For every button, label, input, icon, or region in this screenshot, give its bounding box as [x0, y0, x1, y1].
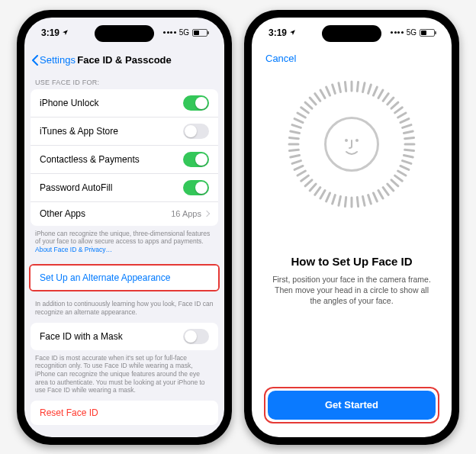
row-itunes[interactable]: iTunes & App Store [31, 117, 218, 145]
switch-autofill[interactable] [183, 180, 209, 195]
svg-line-11 [400, 118, 409, 122]
section-header-use: USE FACE ID FOR: [24, 72, 224, 89]
svg-line-18 [403, 160, 411, 163]
get-started-button[interactable]: Get Started [268, 391, 436, 420]
svg-line-57 [333, 85, 336, 93]
nav-bar: Settings Face ID & Passcode [24, 48, 224, 72]
row-other-apps[interactable]: Other Apps 16 Apps [31, 201, 218, 226]
svg-line-58 [339, 82, 340, 92]
footer-alt: In addition to continuously learning how… [24, 296, 224, 322]
svg-line-3 [368, 85, 371, 93]
dynamic-island [95, 25, 154, 42]
svg-line-44 [289, 150, 298, 150]
section-header-attention: ATTENTION [24, 433, 224, 437]
face-id-graphic [287, 79, 416, 209]
location-icon [62, 27, 69, 38]
phone-left: 3:19 5G Settings Face ID & Passcode USE … [17, 10, 232, 445]
switch-itunes[interactable] [183, 124, 209, 139]
svg-line-56 [326, 87, 330, 95]
svg-line-9 [395, 107, 403, 112]
svg-line-8 [391, 102, 398, 108]
svg-line-32 [339, 196, 340, 205]
back-button[interactable]: Settings [32, 48, 76, 72]
row-iphone-unlock[interactable]: iPhone Unlock [31, 89, 218, 117]
settings-content[interactable]: USE FACE ID FOR: iPhone Unlock iTunes & … [24, 72, 224, 437]
row-label: Reset Face ID [40, 407, 98, 418]
svg-line-52 [305, 102, 312, 108]
face-outline-icon [324, 117, 379, 172]
row-label: Set Up an Alternate Appearance [40, 272, 170, 283]
page-title: Face ID & Passcode [77, 54, 172, 66]
svg-point-61 [355, 139, 359, 142]
svg-line-6 [383, 93, 388, 101]
svg-line-59 [345, 82, 346, 91]
row-mask[interactable]: Face ID with a Mask [31, 323, 218, 350]
svg-line-12 [403, 124, 411, 127]
svg-line-23 [388, 184, 394, 191]
svg-line-31 [345, 197, 346, 206]
svg-line-48 [292, 124, 301, 127]
svg-line-21 [395, 175, 403, 181]
highlight-get-started: Get Started [264, 387, 439, 423]
chevron-right-icon [204, 211, 210, 217]
svg-line-4 [373, 87, 377, 95]
highlight-alternate-appearance: Set Up an Alternate Appearance [29, 264, 220, 291]
svg-line-53 [310, 98, 316, 105]
svg-line-54 [315, 93, 320, 101]
svg-line-33 [333, 195, 336, 203]
svg-line-41 [294, 166, 303, 169]
svg-line-34 [326, 192, 330, 201]
status-time: 3:19 [41, 27, 60, 38]
svg-line-28 [363, 196, 365, 205]
screen-settings: 3:19 5G Settings Face ID & Passcode USE … [24, 18, 224, 437]
svg-line-27 [368, 195, 371, 203]
svg-line-29 [357, 197, 358, 206]
battery-icon [192, 29, 207, 37]
svg-line-22 [391, 179, 398, 185]
cancel-button[interactable]: Cancel [264, 48, 298, 64]
svg-line-2 [363, 82, 365, 92]
phone-right: 3:19 5G Cancel [244, 10, 459, 445]
network-label: 5G [179, 28, 189, 37]
face-smile-icon [336, 129, 367, 159]
svg-line-42 [292, 160, 301, 163]
svg-line-55 [320, 89, 325, 97]
switch-mask[interactable] [183, 329, 209, 344]
svg-line-24 [383, 187, 388, 195]
row-label: Password AutoFill [40, 182, 112, 193]
svg-line-35 [320, 190, 325, 198]
location-icon [289, 27, 296, 38]
svg-line-37 [310, 184, 316, 191]
row-autofill[interactable]: Password AutoFill [31, 173, 218, 201]
svg-line-40 [298, 171, 305, 175]
svg-line-39 [301, 175, 309, 181]
signal-icon [163, 31, 176, 34]
setup-description: First, position your face in the camera … [264, 274, 439, 307]
setup-content: Cancel How to Set Up Face ID First, posi… [252, 48, 452, 437]
chevron-left-icon [32, 55, 38, 66]
svg-line-5 [378, 89, 383, 97]
privacy-link[interactable]: About Face ID & Privacy… [35, 246, 112, 253]
row-reset-faceid[interactable]: Reset Face ID [31, 401, 218, 425]
switch-iphone-unlock[interactable] [183, 95, 209, 111]
row-label: Face ID with a Mask [40, 331, 123, 342]
switch-contactless[interactable] [183, 152, 209, 167]
back-label: Settings [40, 54, 76, 66]
group-mask: Face ID with a Mask [31, 323, 218, 350]
svg-line-50 [298, 113, 305, 118]
status-time: 3:19 [269, 27, 287, 38]
svg-line-36 [315, 187, 320, 195]
row-alternate-appearance[interactable]: Set Up an Alternate Appearance [31, 266, 218, 290]
svg-line-43 [291, 155, 300, 156]
dynamic-island [322, 25, 381, 42]
row-label: iPhone Unlock [40, 98, 98, 108]
group-use-faceid: iPhone Unlock iTunes & App Store Contact… [31, 89, 218, 226]
svg-line-46 [289, 137, 298, 138]
row-contactless[interactable]: Contactless & Payments [31, 145, 218, 173]
svg-line-7 [388, 98, 394, 105]
network-label: 5G [407, 28, 416, 37]
footer-mask: Face ID is most accurate when it's set u… [24, 350, 224, 401]
screen-setup: 3:19 5G Cancel [252, 18, 452, 437]
svg-line-1 [357, 82, 358, 91]
svg-line-13 [404, 130, 413, 132]
